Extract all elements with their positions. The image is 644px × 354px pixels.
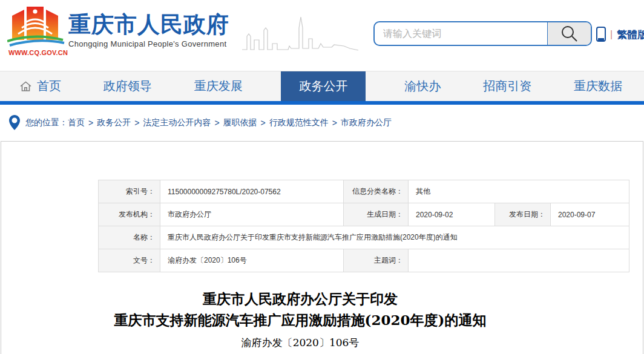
city-skyline-art [241, 10, 360, 58]
breadcrumb-current-office: 市政府办公厅 [341, 117, 392, 128]
search-icon [560, 24, 579, 44]
home-icon [19, 80, 32, 93]
article-header: 重庆市人民政府办公厅关于印发 重庆市支持新能源汽车推广应用激励措施(2020年度… [98, 288, 502, 350]
location-pin-icon [9, 115, 20, 130]
doc-number-label: 文号： [99, 249, 160, 272]
nav-item-home[interactable]: 首页 [16, 71, 65, 101]
published-date-label: 发布日期： [495, 203, 551, 226]
breadcrumb-link-gov-affairs[interactable]: 政务公开 [97, 117, 131, 128]
table-row: 名称： 重庆市人民政府办公厅关于印发重庆市支持新能源汽车推广应用激励措施(202… [99, 226, 629, 249]
info-category-label: 信息分类名称： [344, 180, 409, 203]
breadcrumb-link-normative-documents[interactable]: 行政规范性文件 [269, 117, 329, 128]
nav-item-label: 首页 [37, 78, 61, 94]
info-category-value: 其他 [409, 180, 629, 203]
lang-divider: | [610, 29, 613, 40]
document-title-line2: 重庆市支持新能源汽车推广应用激励措施(2020年度)的通知 [98, 309, 502, 330]
breadcrumb-prefix: 您的位置： [25, 117, 68, 128]
breadcrumb-separator: > [261, 118, 266, 128]
nav-item-chongqing-data[interactable]: 重庆数据 [570, 71, 626, 101]
nav-item-label: 政务公开 [299, 78, 347, 94]
doc-info-table: 索引号： 11500000009275780L/2020-07562 信息分类名… [98, 180, 629, 272]
nav-item-yukuaiban[interactable]: 渝快办 [401, 71, 444, 101]
breadcrumb: 您的位置： 首页 > 政务公开 > 法定主动公开内容 > 履职依据 > 行政规范… [0, 105, 644, 140]
document-title: 重庆市人民政府办公厅关于印发 重庆市支持新能源汽车推广应用激励措施(2020年度… [98, 288, 502, 330]
doc-number-value: 渝府办发〔2020〕106号 [160, 249, 344, 272]
publisher-label: 发布机构： [99, 203, 160, 226]
doc-name-value: 重庆市人民政府办公厅关于印发重庆市支持新能源汽车推广应用激励措施(2020年度)… [160, 226, 629, 249]
index-number-label: 索引号： [99, 180, 160, 203]
table-row: 文号： 渝府办发〔2020〕106号 主题词： [99, 249, 629, 272]
breadcrumb-separator: > [332, 118, 337, 128]
breadcrumb-separator: > [214, 118, 219, 128]
keywords-label: 主题词： [344, 249, 409, 272]
breadcrumb-link-duty-basis[interactable]: 履职依据 [223, 117, 257, 128]
nav-item-label: 重庆发展 [194, 78, 243, 94]
mobile-phone-icon[interactable] [596, 27, 606, 42]
breadcrumb-separator: > [134, 118, 139, 128]
doc-name-label: 名称： [99, 226, 160, 249]
keywords-value [409, 249, 629, 272]
brand-block: 重庆市人民政府 Chongqing Municipal People's Gov… [68, 12, 229, 48]
created-date-value: 2020-09-02 [409, 203, 495, 226]
great-hall-logo-icon [7, 4, 65, 48]
main-nav: 首页 政府领导 重庆发展 政务公开 渝快办 招商引资 重庆数据 [0, 71, 644, 101]
search-input[interactable] [375, 22, 547, 45]
nav-item-label: 招商引资 [483, 78, 531, 94]
created-date-label: 生成日期： [344, 203, 409, 226]
language-switch: | 繁體版 [596, 27, 644, 42]
breadcrumb-link-statutory-disclosure[interactable]: 法定主动公开内容 [143, 117, 211, 128]
search-button[interactable] [547, 22, 591, 45]
table-row: 索引号： 11500000009275780L/2020-07562 信息分类名… [99, 180, 629, 203]
nav-item-chongqing-development[interactable]: 重庆发展 [191, 71, 246, 101]
published-date-value: 2020-09-07 [551, 203, 629, 226]
traditional-chinese-link[interactable]: 繁體版 [617, 28, 644, 42]
publisher-value: 市政府办公厅 [160, 203, 344, 226]
nav-item-government-leaders[interactable]: 政府领导 [100, 71, 156, 101]
breadcrumb-separator: > [88, 118, 93, 128]
site-logo[interactable]: WWW.CQ.GOV.CN [7, 4, 69, 56]
nav-item-investment[interactable]: 招商引资 [479, 71, 535, 101]
table-row: 发布机构： 市政府办公厅 生成日期： 2020-09-02 发布日期： 2020… [99, 203, 629, 226]
logo-url-text: WWW.CQ.GOV.CN [7, 49, 69, 56]
nav-item-label: 政府领导 [104, 78, 152, 94]
nav-item-label: 渝快办 [404, 78, 441, 94]
index-number-value: 11500000009275780L/2020-07562 [160, 180, 344, 203]
nav-item-label: 重庆数据 [574, 78, 622, 94]
content-panel: 索引号： 11500000009275780L/2020-07562 信息分类名… [1, 141, 643, 354]
nav-item-government-affairs[interactable]: 政务公开 [281, 71, 366, 101]
document-number: 渝府办发〔2020〕106号 [98, 336, 502, 350]
document-title-line1: 重庆市人民政府办公厅关于印发 [98, 288, 502, 309]
site-header: WWW.CQ.GOV.CN 重庆市人民政府 Chongqing Municipa… [0, 0, 644, 71]
site-title: 重庆市人民政府 [68, 12, 229, 38]
breadcrumb-link-home[interactable]: 首页 [68, 117, 85, 128]
site-subtitle: Chongqing Municipal People's Government [68, 39, 229, 48]
search-box [373, 21, 592, 46]
